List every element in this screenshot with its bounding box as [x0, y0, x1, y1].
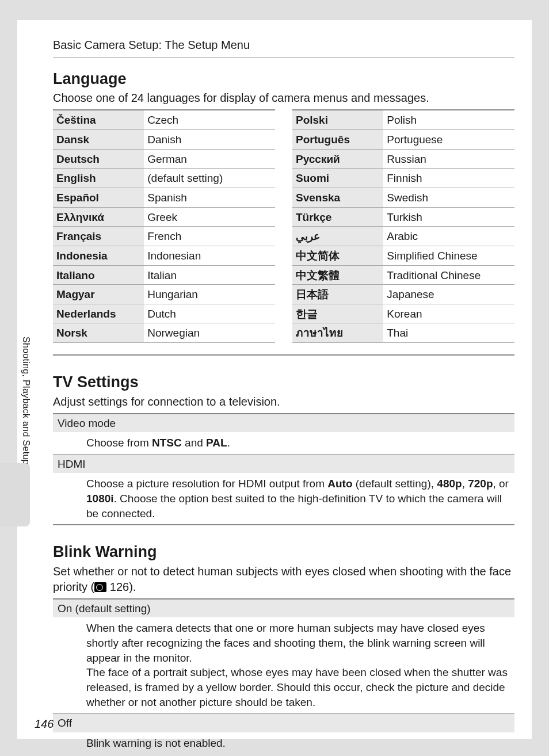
language-native: Magyar	[53, 285, 144, 304]
language-english: Portuguese	[383, 130, 514, 150]
language-tables: ČeštinaCzechDanskDanishDeutschGermanEngl…	[53, 109, 514, 356]
language-native: Ελληνικά	[53, 207, 144, 227]
language-row: РусскийRussian	[292, 149, 514, 169]
language-row: EspañolSpanish	[53, 188, 275, 208]
language-english: Indonesian	[144, 246, 275, 265]
heading-language: Language	[53, 68, 514, 89]
language-english: German	[144, 149, 275, 169]
language-table-left: ČeštinaCzechDanskDanishDeutschGermanEngl…	[53, 109, 275, 343]
subhead-hdmi: HDMI	[53, 455, 514, 474]
language-english: Japanese	[383, 285, 514, 304]
language-row: FrançaisFrench	[53, 227, 275, 246]
hdmi-desc: Choose a picture resolution for HDMI out…	[53, 473, 514, 525]
language-native: 中文繁體	[292, 265, 383, 285]
language-native: Norsk	[53, 323, 144, 343]
language-row: 中文繁體Traditional Chinese	[292, 265, 514, 285]
language-native: Italiano	[53, 265, 144, 285]
language-english: Thai	[383, 323, 514, 343]
language-english: Finnish	[383, 169, 514, 188]
page-header: Basic Camera Setup: The Setup Menu	[53, 20, 514, 58]
page-number: 146	[35, 716, 54, 732]
language-english: Russian	[383, 149, 514, 169]
side-tab-block	[0, 463, 30, 526]
language-native: Español	[53, 188, 144, 208]
video-mode-desc: Choose from NTSC and PAL.	[53, 432, 514, 455]
language-english: Swedish	[383, 188, 514, 208]
language-native: Türkçe	[292, 207, 383, 227]
language-native: Suomi	[292, 169, 383, 188]
language-native: 日本語	[292, 285, 383, 304]
language-english: Arabic	[383, 227, 514, 246]
face-priority-icon	[94, 582, 106, 592]
language-row: 한글Korean	[292, 304, 514, 323]
language-row: TürkçeTurkish	[292, 207, 514, 227]
language-native: عربي	[292, 227, 383, 246]
language-row: 日本語Japanese	[292, 285, 514, 304]
language-native: ภาษาไทย	[292, 323, 383, 343]
language-english: Italian	[144, 265, 275, 285]
language-english: Turkish	[383, 207, 514, 227]
language-native: Čeština	[53, 110, 144, 129]
heading-tv-settings: TV Settings	[53, 372, 514, 392]
subhead-blink-on: On (default setting)	[53, 598, 514, 618]
language-native: Polski	[292, 110, 383, 129]
language-native: Русский	[292, 149, 383, 169]
heading-blink-warning: Blink Warning	[53, 541, 514, 562]
language-native: English	[53, 169, 144, 188]
blink-intro: Set whether or not to detect human subje…	[53, 564, 514, 595]
language-english: (default setting)	[144, 169, 275, 188]
language-english: Polish	[383, 110, 514, 129]
language-row: 中文简体Simplified Chinese	[292, 246, 514, 265]
language-native: Dansk	[53, 130, 144, 150]
language-english: Korean	[383, 304, 514, 323]
language-row: NorskNorwegian	[53, 323, 275, 343]
language-english: Norwegian	[144, 323, 275, 343]
language-row: ภาษาไทยThai	[292, 323, 514, 343]
language-table-right: PolskiPolishPortuguêsPortugueseРусскийRu…	[292, 109, 514, 343]
language-row: NederlandsDutch	[53, 304, 275, 323]
language-row: IndonesiaIndonesian	[53, 246, 275, 265]
language-english: Greek	[144, 207, 275, 227]
language-row: SvenskaSwedish	[292, 188, 514, 208]
language-native: Indonesia	[53, 246, 144, 265]
language-native: 한글	[292, 304, 383, 323]
language-english: Spanish	[144, 188, 275, 208]
language-row: MagyarHungarian	[53, 285, 275, 304]
manual-page: Shooting, Playback and Setup Menus Basic…	[17, 20, 532, 739]
language-english: Dutch	[144, 304, 275, 323]
subhead-video-mode: Video mode	[53, 413, 514, 433]
language-row: ČeštinaCzech	[53, 110, 275, 129]
language-row: DeutschGerman	[53, 149, 275, 169]
language-row: SuomiFinnish	[292, 169, 514, 188]
side-tab: Shooting, Playback and Setup Menus	[0, 262, 17, 480]
language-row: ΕλληνικάGreek	[53, 207, 275, 227]
language-english: French	[144, 227, 275, 246]
subhead-blink-off: Off	[53, 713, 514, 732]
language-row: عربيArabic	[292, 227, 514, 246]
language-english: Traditional Chinese	[383, 265, 514, 285]
language-native: Français	[53, 227, 144, 246]
language-native: Svenska	[292, 188, 383, 208]
blink-on-desc: When the camera detects that one or more…	[53, 617, 514, 713]
language-intro: Choose one of 24 languages for display o…	[53, 90, 514, 106]
language-native: Português	[292, 130, 383, 150]
language-english: Czech	[144, 110, 275, 129]
language-row: English(default setting)	[53, 169, 275, 188]
blink-off-desc: Blink warning is not enabled.	[53, 732, 514, 754]
language-native: 中文简体	[292, 246, 383, 265]
language-english: Danish	[144, 130, 275, 150]
language-row: ItalianoItalian	[53, 265, 275, 285]
language-row: PolskiPolish	[292, 110, 514, 129]
language-row: PortuguêsPortuguese	[292, 130, 514, 150]
language-row: DanskDanish	[53, 130, 275, 150]
language-native: Nederlands	[53, 304, 144, 323]
language-english: Hungarian	[144, 285, 275, 304]
tv-intro: Adjust settings for connection to a tele…	[53, 394, 514, 410]
language-english: Simplified Chinese	[383, 246, 514, 265]
language-native: Deutsch	[53, 149, 144, 169]
